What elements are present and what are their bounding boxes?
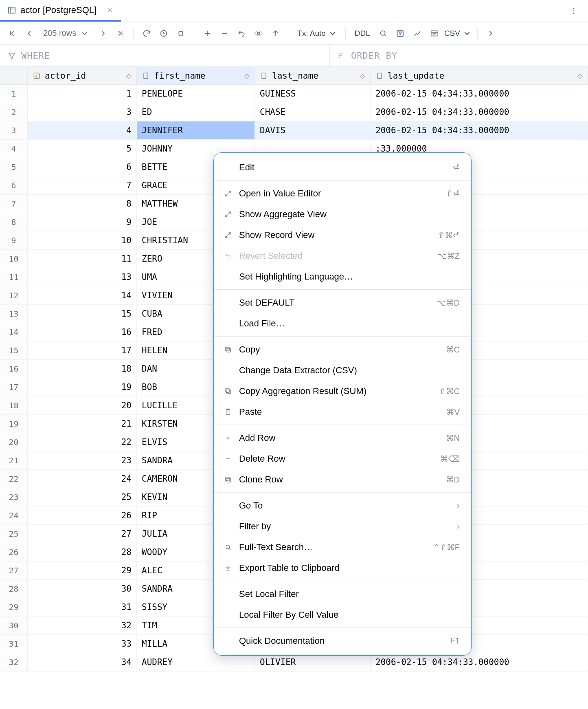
row-number[interactable]: 11 [0,268,28,286]
cell-first-name[interactable]: PENELOPE [137,85,255,103]
cell-last-name[interactable]: OLIVIER [255,653,371,671]
cell-last-update[interactable]: 2006-02-15 04:34:33.000000 [371,653,588,671]
row-number[interactable]: 17 [0,378,28,396]
row-number[interactable]: 4 [0,140,28,158]
row-number[interactable]: 26 [0,543,28,561]
cell-actor-id[interactable]: 4 [28,121,137,139]
menu-export-clipboard[interactable]: Export Table to Clipboard [214,557,471,578]
cell-actor-id[interactable]: 29 [28,561,137,579]
menu-clone-row[interactable]: Clone Row⌘D [214,469,471,490]
cell-first-name[interactable]: ED [137,103,255,121]
cell-actor-id[interactable]: 11 [28,250,137,268]
row-number[interactable]: 29 [0,598,28,616]
cell-actor-id[interactable]: 3 [28,103,137,121]
revert-toolbar-button[interactable] [234,26,249,41]
row-number[interactable]: 24 [0,506,28,524]
orderby-filter-input[interactable]: ORDER BY [330,45,405,66]
kebab-icon[interactable] [569,7,578,15]
close-icon[interactable] [106,7,114,14]
cell-actor-id[interactable]: 16 [28,323,137,341]
delete-row-toolbar-button[interactable] [217,26,232,41]
column-header-last-update[interactable]: last_update ◇ [371,67,588,84]
cell-first-name[interactable]: AUDREY [137,653,255,671]
menu-open-value-editor[interactable]: Open in Value Editor⇧⏎ [214,183,471,204]
tab-actor[interactable]: actor [PostgreSQL] [0,0,121,22]
table-row[interactable]: 23EDCHASE2006-02-15 04:34:33.000000 [0,103,588,121]
row-number[interactable]: 10 [0,250,28,268]
cell-last-update[interactable]: 2006-02-15 04:34:33.000000 [371,121,588,139]
cell-actor-id[interactable]: 10 [28,231,137,249]
row-number[interactable]: 18 [0,396,28,414]
filter-settings-button[interactable] [393,26,408,41]
cell-actor-id[interactable]: 26 [28,506,137,524]
row-number[interactable]: 22 [0,470,28,488]
preview-button[interactable] [251,26,266,41]
row-number[interactable]: 30 [0,617,28,634]
add-row-toolbar-button[interactable] [200,26,215,41]
stop-button[interactable] [173,26,188,41]
menu-copy-aggregation[interactable]: Copy Aggregation Result (SUM)⇧⌘C [214,381,471,401]
row-number[interactable]: 6 [0,176,28,194]
table-row[interactable]: 3234AUDREYOLIVIER2006-02-15 04:34:33.000… [0,653,588,672]
row-number[interactable]: 21 [0,451,28,469]
cell-actor-id[interactable]: 6 [28,158,137,176]
menu-full-text-search[interactable]: Full-Text Search…⌃⇧⌘F [214,537,471,557]
menu-go-to[interactable]: Go To› [214,495,471,516]
menu-filter-by[interactable]: Filter by› [214,516,471,537]
more-button[interactable] [483,26,498,41]
cell-actor-id[interactable]: 9 [28,213,137,231]
view-button[interactable] [427,26,442,41]
cell-actor-id[interactable]: 13 [28,268,137,286]
cell-actor-id[interactable]: 5 [28,140,137,158]
row-number[interactable]: 8 [0,213,28,231]
auto-refresh-button[interactable] [156,26,171,41]
row-number[interactable]: 23 [0,488,28,506]
cell-actor-id[interactable]: 21 [28,415,137,433]
menu-set-highlighting[interactable]: Set Highlighting Language… [214,266,471,287]
row-number[interactable]: 1 [0,85,28,103]
row-number[interactable]: 15 [0,341,28,359]
column-header-first-name[interactable]: first_name ◇ [137,67,255,84]
where-filter-input[interactable]: WHERE [0,45,330,66]
cell-actor-id[interactable]: 34 [28,653,137,671]
cell-actor-id[interactable]: 24 [28,470,137,488]
cell-actor-id[interactable]: 18 [28,360,137,378]
table-row[interactable]: 11PENELOPEGUINESS2006-02-15 04:34:33.000… [0,85,588,103]
column-header-last-name[interactable]: last_name ◇ [255,67,371,84]
menu-load-file[interactable]: Load File… [214,313,471,334]
cell-actor-id[interactable]: 15 [28,305,137,323]
menu-copy[interactable]: Copy⌘C [214,339,471,360]
ddl-button[interactable]: DDL [351,26,373,41]
row-number[interactable]: 13 [0,305,28,323]
menu-show-aggregate[interactable]: Show Aggregate View [214,204,471,225]
tx-mode-button[interactable]: Tx: Auto [295,26,340,41]
menu-local-filter-cell[interactable]: Local Filter By Cell Value [214,604,471,625]
row-number[interactable]: 5 [0,158,28,176]
cell-actor-id[interactable]: 33 [28,635,137,653]
row-number[interactable]: 9 [0,231,28,249]
cell-actor-id[interactable]: 22 [28,433,137,451]
chart-button[interactable] [410,26,425,41]
cell-actor-id[interactable]: 31 [28,598,137,616]
prev-page-button[interactable] [22,26,37,41]
cell-last-name[interactable]: CHASE [255,103,371,121]
submit-button[interactable] [268,26,283,41]
cell-last-name[interactable]: GUINESS [255,85,371,103]
search-button[interactable] [376,26,391,41]
row-number[interactable]: 3 [0,121,28,139]
menu-paste[interactable]: Paste⌘V [214,401,471,422]
menu-quick-documentation[interactable]: Quick DocumentationF1 [214,630,471,651]
menu-edit[interactable]: Edit⏎ [214,157,471,178]
cell-actor-id[interactable]: 25 [28,488,137,506]
row-number[interactable]: 2 [0,103,28,121]
rows-count-button[interactable]: 205 rows [39,26,93,41]
cell-actor-id[interactable]: 17 [28,341,137,359]
row-number[interactable]: 20 [0,433,28,451]
cell-actor-id[interactable]: 28 [28,543,137,561]
cell-actor-id[interactable]: 27 [28,525,137,543]
cell-last-name[interactable]: DAVIS [255,121,371,139]
menu-set-local-filter[interactable]: Set Local Filter [214,583,471,604]
row-number[interactable]: 27 [0,561,28,579]
refresh-button[interactable] [139,26,154,41]
row-number[interactable]: 31 [0,635,28,653]
